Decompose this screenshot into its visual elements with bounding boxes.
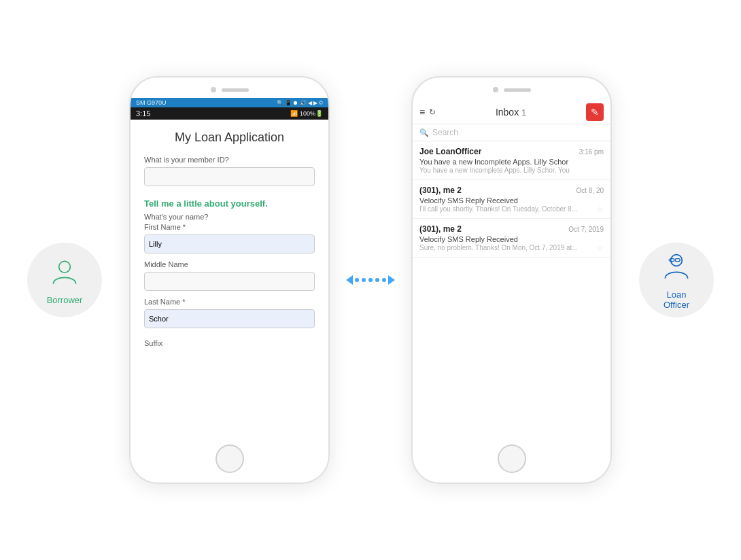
android-status-bar: SM G970U 🔍📱⏺🔊◀▶© (131, 98, 328, 107)
last-name-input[interactable] (144, 309, 315, 328)
member-id-input[interactable] (144, 167, 315, 186)
phone-speaker-right (504, 88, 531, 92)
message-subject-1: You have a new Incomplete Apps. Lilly Sc… (419, 158, 604, 166)
arrow-line (346, 275, 395, 285)
phone-top-bar-right (413, 84, 610, 95)
name-section-label: What's your name? (144, 213, 315, 221)
phone-camera-left (211, 87, 216, 92)
message-time-2: Oct 8, 20 (576, 187, 604, 194)
right-phone-content: ≡ ↻ Inbox 1 ✎ 🔍 Search (413, 98, 610, 445)
inbox-title: Inbox 1 (440, 107, 582, 118)
member-id-label: What is your member ID? (144, 156, 315, 164)
message-subject-2: Velocify SMS Reply Received (419, 196, 604, 205)
message-list: Joe LoanOfficer 3:16 pm You have a new I… (413, 141, 610, 258)
loan-app-content: My Loan Application What is your member … (131, 120, 328, 432)
message-star-2: ☆ (596, 205, 604, 214)
message-sender-1: Joe LoanOfficer (419, 147, 481, 156)
loan-officer-label: LoanOfficer (664, 290, 689, 310)
borrower-avatar: Borrower (27, 243, 102, 317)
bidirectional-arrow (346, 275, 395, 285)
refresh-icon[interactable]: ↻ (429, 107, 436, 117)
borrower-person-icon (48, 256, 82, 290)
phones-wrapper: SM G970U 🔍📱⏺🔊◀▶© 3:15 📶 100%🔋 My Loan Ap… (129, 76, 612, 484)
phone-camera-right (493, 87, 498, 92)
arrow-dots (355, 278, 386, 282)
message-time-1: 3:16 pm (579, 148, 604, 156)
message-item-3[interactable]: (301), me 2 Oct 7, 2019 Velocify SMS Rep… (413, 219, 610, 258)
svg-point-0 (59, 261, 71, 273)
arrow-dot-1 (355, 278, 359, 282)
first-name-input[interactable] (144, 234, 315, 253)
inbox-label: Inbox (496, 107, 519, 118)
loan-officer-avatar: LoanOfficer (639, 243, 714, 317)
search-bar[interactable]: 🔍 Search (413, 124, 610, 141)
message-header-3: (301), me 2 Oct 7, 2019 (419, 224, 604, 234)
arrow-dot-3 (368, 278, 373, 282)
android-model: SM G970U (136, 99, 167, 106)
android-time: 3:15 (136, 109, 150, 118)
message-item-1[interactable]: Joe LoanOfficer 3:16 pm You have a new I… (413, 141, 610, 180)
borrower-label: Borrower (47, 295, 83, 305)
message-time-3: Oct 7, 2019 (568, 226, 604, 233)
svg-rect-3 (675, 259, 680, 262)
message-subject-3: Velocify SMS Reply Received (419, 235, 604, 243)
phone-speaker-left (222, 88, 249, 92)
message-header-1: Joe LoanOfficer 3:16 pm (419, 147, 604, 156)
form-subtitle: Tell me a little about yourself. (144, 198, 315, 209)
search-placeholder: Search (432, 128, 458, 137)
right-phone: ≡ ↻ Inbox 1 ✎ 🔍 Search (411, 76, 612, 484)
compose-button[interactable]: ✎ (586, 103, 604, 121)
message-preview-3: Sure, no problem. Thanks! On Mon, Oct 7,… (419, 244, 604, 251)
arrow-right-head (388, 275, 395, 285)
search-icon: 🔍 (419, 128, 429, 137)
message-preview-1: You have a new Incomplete Apps. Lilly Sc… (419, 167, 604, 174)
loan-officer-person-icon (659, 250, 693, 284)
middle-name-label: Middle Name (144, 260, 315, 268)
last-name-label: Last Name * (144, 298, 315, 306)
menu-icon[interactable]: ≡ (419, 107, 425, 118)
android-right-icons: 📶 100%🔋 (290, 110, 323, 117)
left-phone: SM G970U 🔍📱⏺🔊◀▶© 3:15 📶 100%🔋 My Loan Ap… (129, 76, 330, 484)
right-phone-home-button[interactable] (498, 444, 526, 473)
compose-icon: ✎ (591, 107, 599, 118)
suffix-label: Suffix (144, 339, 315, 347)
message-star-3: ☆ (596, 243, 604, 253)
middle-name-input[interactable] (144, 272, 315, 291)
first-name-label: First Name * (144, 223, 315, 231)
arrow-dot-4 (375, 278, 379, 282)
android-time-bar: 3:15 📶 100%🔋 (131, 107, 328, 120)
inbox-count: 1 (521, 107, 526, 118)
ios-toolbar: ≡ ↻ Inbox 1 ✎ (413, 98, 610, 124)
message-sender-2: (301), me 2 (419, 186, 462, 195)
status-icons: 🔍📱⏺🔊◀▶© (277, 100, 323, 106)
arrow-dot-5 (382, 278, 386, 282)
message-header-2: (301), me 2 Oct 8, 20 (419, 186, 604, 195)
left-phone-home-button[interactable] (216, 444, 244, 473)
scene: Borrower SM G970U 🔍📱⏺🔊◀▶© 3:15 (0, 0, 741, 560)
phone-top-bar-left (131, 84, 328, 95)
left-phone-content: SM G970U 🔍📱⏺🔊◀▶© 3:15 📶 100%🔋 My Loan Ap… (131, 98, 328, 445)
app-title: My Loan Application (144, 130, 315, 145)
message-item-2[interactable]: (301), me 2 Oct 8, 20 Velocify SMS Reply… (413, 180, 610, 219)
message-sender-3: (301), me 2 (419, 224, 462, 234)
arrow-dot-2 (362, 278, 366, 282)
message-preview-2: I'll call you shortly. Thanks! On Tuesda… (419, 205, 604, 213)
arrow-left-head (346, 275, 353, 285)
